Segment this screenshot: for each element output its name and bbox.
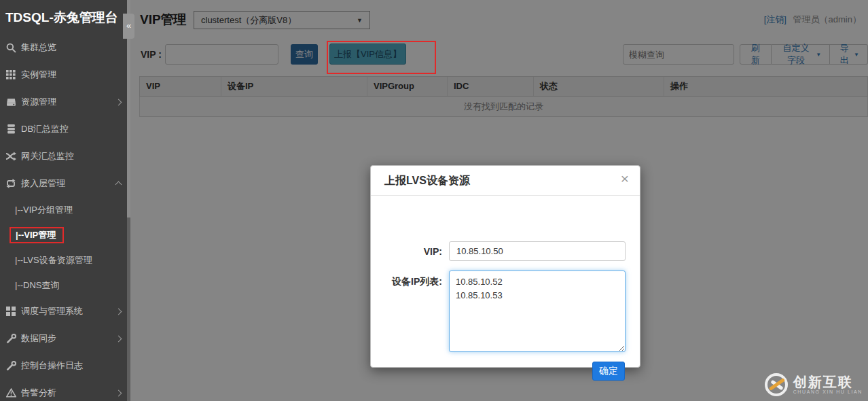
sidebar-item-cluster-overview[interactable]: 集群总览 <box>0 34 130 61</box>
app-title: TDSQL-赤兔管理台 <box>0 0 130 34</box>
confirm-button[interactable]: 确定 <box>592 362 625 381</box>
sidebar-item-label: |--VIP分组管理 <box>15 204 73 216</box>
chevron-right-icon <box>115 99 122 105</box>
sidebar-item-label: DB汇总监控 <box>21 123 69 135</box>
sidebar-item-label: |--VIP管理 <box>10 227 64 243</box>
database-icon <box>5 124 16 135</box>
repeat-icon <box>5 178 16 189</box>
modal-vip-input[interactable] <box>449 241 626 261</box>
sidebar-item-label: 接入层管理 <box>21 177 65 190</box>
warning-icon <box>5 387 16 398</box>
close-icon[interactable]: × <box>621 171 629 186</box>
chevron-up-icon <box>115 181 122 188</box>
chevron-right-icon <box>115 335 122 342</box>
sidebar-collapse-button[interactable]: « <box>123 14 134 39</box>
app-window: TDSQL-赤兔管理台 集群总览 实例管理 资源管理 DB汇总监控 <box>0 0 868 401</box>
sidebar-item-label: |--LVS设备资源管理 <box>15 254 92 266</box>
watermark-subtitle: CHUANG XIN HU LIAN <box>793 389 863 394</box>
wrench-icon <box>5 360 16 371</box>
sidebar-item-db-monitor[interactable]: DB汇总监控 <box>0 116 130 143</box>
sidebar-item-label: 集群总览 <box>21 41 56 54</box>
sidebar-item-gateway-monitor[interactable]: 网关汇总监控 <box>0 143 130 170</box>
wrench-icon <box>5 333 16 344</box>
sidebar-item-label: 资源管理 <box>21 96 56 108</box>
sidebar-item-console-log[interactable]: 控制台操作日志 <box>0 352 130 379</box>
sidebar-item-label: |--DNS查询 <box>15 279 59 292</box>
sidebar-item-vip-group-mgmt[interactable]: |--VIP分组管理 <box>0 197 130 222</box>
sidebar-item-label: 控制台操作日志 <box>21 360 83 372</box>
sidebar-item-instance-mgmt[interactable]: 实例管理 <box>0 61 130 88</box>
sidebar-item-label: 实例管理 <box>21 69 56 81</box>
drive-icon <box>5 97 16 107</box>
sidebar-item-label: 网关汇总监控 <box>21 150 74 162</box>
site-watermark: 创新互联 CHUANG XIN HU LIAN <box>765 373 863 396</box>
sidebar-item-label: 调度与管理系统 <box>21 305 83 317</box>
watermark-logo-icon <box>765 373 788 396</box>
modal-title: 上报LVS设备资源 <box>384 174 470 188</box>
sidebar: TDSQL-赤兔管理台 集群总览 实例管理 资源管理 DB汇总监控 <box>0 0 130 401</box>
th-large-icon <box>5 306 16 317</box>
sidebar-item-label: 告警分析 <box>21 387 56 399</box>
modal-header: 上报LVS设备资源 × <box>371 166 640 196</box>
sidebar-item-data-sync[interactable]: 数据同步 <box>0 325 130 352</box>
watermark-name: 创新互联 <box>793 375 863 389</box>
collapse-icon: « <box>126 20 131 31</box>
modal-device-list-textarea[interactable]: 10.85.10.52 10.85.10.53 <box>449 271 626 352</box>
sidebar-item-vip-mgmt[interactable]: |--VIP管理 <box>0 222 130 247</box>
chevron-right-icon <box>115 308 122 315</box>
sidebar-item-lvs-resource-mgmt[interactable]: |--LVS设备资源管理 <box>0 247 130 273</box>
sidebar-item-dns-query[interactable]: |--DNS查询 <box>0 273 130 298</box>
sidebar-item-alarm-analysis[interactable]: 告警分析 <box>0 379 130 401</box>
modal-vip-label: VIP: <box>378 246 442 257</box>
report-lvs-modal: 上报LVS设备资源 × VIP: 设备IP列表: 10.85.10.52 10.… <box>370 165 640 368</box>
search-icon <box>5 42 16 53</box>
sidebar-item-scheduling-mgmt[interactable]: 调度与管理系统 <box>0 298 130 325</box>
shuffle-icon <box>5 151 16 162</box>
modal-device-list-label: 设备IP列表: <box>378 276 442 288</box>
sidebar-item-access-layer-mgmt[interactable]: 接入层管理 <box>0 170 130 197</box>
sidebar-item-label: 数据同步 <box>21 332 56 345</box>
chevron-right-icon <box>115 389 122 396</box>
grid-icon <box>5 69 16 80</box>
sidebar-item-resource-mgmt[interactable]: 资源管理 <box>0 88 130 116</box>
